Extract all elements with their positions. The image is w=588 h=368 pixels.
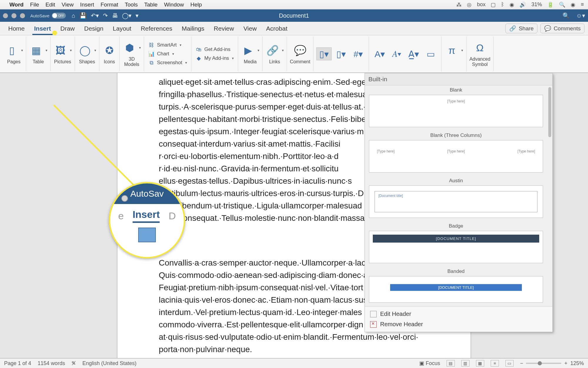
web-layout-view-icon[interactable]: ▦ [476,360,484,367]
edit-header-button[interactable]: Edit Header [369,309,548,319]
spotlight-icon[interactable]: 🔍 [559,1,565,8]
tab-layout[interactable]: Layout [108,22,136,35]
search-icon[interactable]: 🔍 [562,12,570,19]
ribbon-media[interactable]: ▶▾ Media [238,37,263,71]
object-button[interactable]: ▭ [423,47,438,60]
menu-tools[interactable]: Tools [125,1,138,8]
autosave-toggle[interactable]: AutoSave OFF [30,13,66,19]
autosave-label: AutoSave [30,13,49,18]
my-addins-button[interactable]: ◆My Add-ins ▾ [196,55,234,62]
window-controls[interactable] [3,13,25,18]
redo-icon[interactable]: ↷ [103,12,108,19]
word-count[interactable]: 1154 words [38,360,65,367]
tab-acrobat[interactable]: Acrobat [261,22,292,35]
remove-header-button[interactable]: Remove Header [369,319,548,329]
print-icon[interactable]: 🖶 [112,12,118,19]
battery-percent[interactable]: 31% [531,1,542,8]
zoom-out-button[interactable]: − [520,360,523,367]
chart-button[interactable]: 📊Chart ▾ [148,51,174,57]
page-number-button[interactable]: #▾ [350,47,366,60]
header-option-banded[interactable]: Banded [DOCUMENT TITLE] [365,267,547,306]
footer-button[interactable]: ▯▾ [333,47,349,60]
airplay-icon[interactable]: ▢ [491,1,496,8]
volume-icon[interactable]: 🔊 [519,1,526,8]
draft-view-icon[interactable]: ▭ [505,360,514,367]
zoom-in-button[interactable]: + [564,360,567,367]
smartart-button[interactable]: ⛓SmartArt ▾ [148,42,181,48]
overflow-icon[interactable]: ▾ [136,12,138,19]
menu-insert[interactable]: Insert [80,1,94,8]
tab-references[interactable]: References [136,22,177,35]
menu-file[interactable]: File [30,1,39,8]
app-name[interactable]: Word [9,1,24,8]
ribbon-shapes[interactable]: ◯▾ Shapes [75,37,99,71]
battery-icon[interactable]: 🔋 [547,1,554,8]
get-addins-button[interactable]: 🛍Get Add-ins [196,46,230,53]
tab-draw[interactable]: Draw [56,22,79,35]
page-indicator[interactable]: Page 1 of 4 [4,360,31,367]
ribbon-table[interactable]: ▦▾ Table [26,37,51,71]
focus-mode-button[interactable]: ▣ Focus [419,360,440,367]
zoom-slider[interactable] [526,363,561,364]
header-option-badge[interactable]: Badge [DOCUMENT TITLE] [365,221,547,267]
zoom-percent[interactable]: 125% [570,360,584,367]
home-icon[interactable]: ⌂ [72,12,75,19]
document-title: Document1 [279,12,309,19]
ribbon-pictures[interactable]: 🖼▾ Pictures [51,37,75,71]
textbox-button[interactable]: A▾ [372,47,387,60]
notification-center-icon[interactable]: ≡ [581,1,584,8]
status-bar: Page 1 of 4 1154 words ✎̸ English (Unite… [0,358,588,368]
menu-edit[interactable]: Edit [46,1,55,8]
tab-view[interactable]: View [239,22,261,35]
window-titlebar: AutoSave OFF ⌂ 💾 ↶▾ ↷ 🖶 ◯▾ ▾ Document1 🔍… [0,9,588,22]
header-option-blank[interactable]: Blank [Type here] [365,85,547,131]
read-mode-view-icon[interactable]: ▥ [461,360,470,367]
tab-design[interactable]: Design [79,22,108,35]
ribbon-symbol[interactable]: Ω Advanced Symbol [467,37,494,71]
share-button[interactable]: 🔗 Share [505,24,537,33]
ribbon-comment[interactable]: 💬 Comment [287,37,313,71]
zoom-control[interactable]: − + 125% [520,360,584,367]
pages-icon: ▯ [5,43,19,57]
dropcap-button[interactable]: A̲▾ [406,47,421,60]
ribbon-tabs: Home Insert Draw Design Layout Reference… [0,22,588,35]
tab-review[interactable]: Review [209,22,239,35]
language-indicator[interactable]: English (United States) [82,360,136,367]
box-icon[interactable]: box [477,1,485,8]
comments-button[interactable]: 💬 Comments [540,24,584,33]
dropdown-scrollbar[interactable] [548,87,551,137]
links-icon: 🔗 [265,43,280,57]
autosave-switch[interactable]: OFF [52,13,66,19]
menu-view[interactable]: View [62,1,74,8]
ribbon-3dmodels[interactable]: ⬢▾ 3D Models [120,37,144,71]
ribbon-pages[interactable]: ▯▾ Pages [2,37,26,71]
menu-help[interactable]: Help [191,1,202,8]
ribbon-equation[interactable]: π▾ Equation [442,37,466,71]
save-icon[interactable]: 💾 [79,12,87,19]
header-button[interactable]: ▯▾ [316,47,332,60]
callout-table-icon [138,228,156,242]
ribbon-links[interactable]: 🔗▾ Links [263,37,287,71]
shape-picker-icon[interactable]: ◯▾ [122,12,131,19]
wordart-button[interactable]: 𝐴▾ [389,47,404,60]
print-layout-view-icon[interactable]: ▤ [447,360,455,367]
creative-cloud-icon[interactable]: ◎ [467,1,472,8]
screenshot-button[interactable]: ⧉Screenshot ▾ [148,59,187,66]
account-icon[interactable]: ☺▾ [576,12,585,19]
menu-format[interactable]: Format [101,1,118,8]
outline-view-icon[interactable]: ≡ [491,360,499,367]
undo-icon[interactable]: ↶▾ [91,12,99,19]
siri-icon[interactable]: ◉ [571,1,575,8]
ribbon-icons[interactable]: ✪ Icons [99,37,120,71]
header-option-austin[interactable]: Austin [Document title] [365,176,547,221]
dropbox-icon[interactable]: ⁂ [456,1,462,8]
tab-home[interactable]: Home [4,22,29,35]
header-option-blank-three-columns[interactable]: Blank (Three Columns) [Type here] [Type … [365,131,547,176]
bluetooth-icon[interactable]: ᛒ [501,1,504,8]
spellcheck-icon[interactable]: ✎̸ [71,360,76,367]
wifi-icon[interactable]: ◉ [510,1,514,8]
tab-mailings[interactable]: Mailings [177,22,209,35]
menu-window[interactable]: Window [164,1,184,8]
tab-insert[interactable]: Insert [29,22,56,35]
menu-table[interactable]: Table [144,1,158,8]
